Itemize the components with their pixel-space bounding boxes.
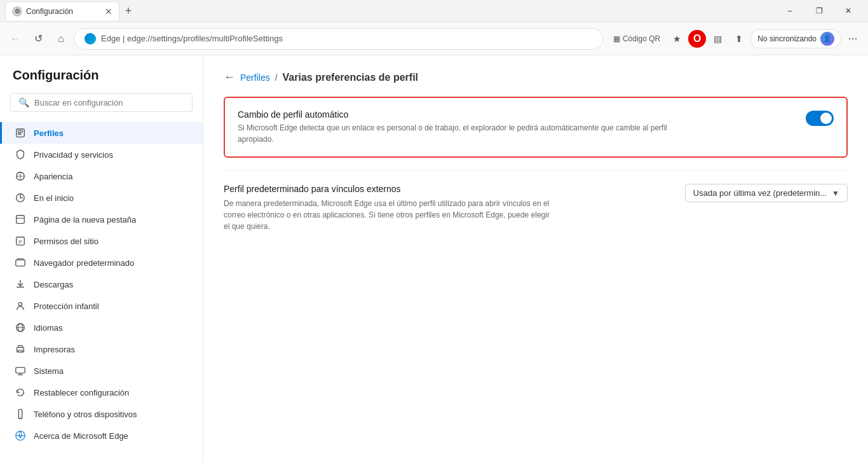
sidebar-item-idiomas[interactable]: Idiomas — [0, 317, 203, 338]
sidebar-item-privacidad[interactable]: Privacidad y servicios — [0, 144, 203, 165]
restablecer-icon — [15, 387, 26, 398]
dropdown-selected-value: Usada por última vez (predetermin... — [693, 188, 827, 198]
dropdown-arrow-icon: ▼ — [832, 189, 839, 198]
sidebar-item-impresoras[interactable]: Impresoras — [0, 338, 203, 360]
default-profile-dropdown[interactable]: Usada por última vez (predetermin... ▼ — [685, 184, 848, 202]
opera-icon[interactable]: O — [688, 30, 706, 48]
infantil-icon — [15, 300, 26, 312]
default-profile-section: Perfil predeterminado para vínculos exte… — [224, 170, 848, 232]
sidebar-item-label-infantil: Protección infantil — [34, 301, 99, 311]
sidebar-item-label-idiomas: Idiomas — [34, 323, 63, 333]
minimize-button[interactable]: – — [775, 0, 804, 22]
search-icon: 🔍 — [18, 97, 29, 107]
collections-button[interactable]: ▤ — [707, 29, 728, 49]
default-profile-desc: De manera predeterminada, Microsoft Edge… — [224, 198, 554, 232]
navegador-icon — [15, 257, 26, 268]
privacidad-icon — [15, 149, 26, 160]
qr-icon: ▦ — [613, 34, 620, 43]
sidebar-item-apariencia[interactable]: Apariencia — [0, 165, 203, 187]
sidebar-item-label-nueva-pestana: Página de la nueva pestaña — [34, 215, 136, 225]
sidebar-item-permisos[interactable]: Permisos del sitio — [0, 230, 203, 252]
sidebar-nav: PerfilesPrivacidad y serviciosApariencia… — [0, 122, 203, 446]
auto-switch-row: Cambio de perfil automático Si Microsoft… — [238, 109, 834, 145]
tab-favicon: ⚙ — [12, 6, 22, 17]
sidebar-item-label-navegador: Navegador predeterminado — [34, 258, 134, 268]
sidebar-item-descargas[interactable]: Descargas — [0, 273, 203, 295]
sidebar-item-nueva-pestana[interactable]: Página de la nueva pestaña — [0, 209, 203, 230]
sidebar-item-label-restablecer: Restablecer configuración — [34, 388, 129, 397]
inicio-icon — [15, 192, 26, 204]
tab-close-button[interactable]: ✕ — [105, 6, 112, 17]
svg-rect-13 — [16, 368, 25, 373]
new-tab-button[interactable]: + — [119, 2, 137, 20]
sidebar-item-label-descargas: Descargas — [34, 280, 73, 289]
default-profile-text: Perfil predeterminado para vínculos exte… — [224, 184, 675, 232]
sync-label: No sincronizando — [757, 34, 817, 43]
telefono-icon — [15, 408, 26, 420]
breadcrumb: ← Perfiles / Varias preferencias de perf… — [224, 71, 848, 84]
sidebar-item-label-acerca: Acerca de Microsoft Edge — [34, 431, 128, 441]
breadcrumb-back-button[interactable]: ← — [224, 71, 235, 84]
auto-switch-desc: Si Microsoft Edge detecta que un enlace … — [238, 122, 682, 145]
sidebar-item-label-telefono: Teléfono y otros dispositivos — [34, 410, 137, 419]
url-path: settings/profiles/multiProfileSettings — [153, 34, 283, 43]
sidebar-item-label-impresoras: Impresoras — [34, 345, 75, 354]
svg-rect-12 — [18, 350, 22, 352]
main-layout: Configuración 🔍 PerfilesPrivacidad y ser… — [0, 55, 868, 463]
sidebar-item-perfiles[interactable]: Perfiles — [0, 122, 203, 144]
sidebar-item-sistema[interactable]: Sistema — [0, 360, 203, 382]
sidebar-item-label-privacidad: Privacidad y servicios — [34, 150, 113, 160]
share-button[interactable]: ⬆ — [729, 29, 749, 49]
sidebar-item-infantil[interactable]: Protección infantil — [0, 295, 203, 317]
favorites-icon[interactable]: ★ — [667, 29, 687, 49]
content-area: ← Perfiles / Varias preferencias de perf… — [203, 55, 868, 463]
sistema-icon — [15, 365, 26, 377]
close-button[interactable]: ✕ — [834, 0, 863, 22]
search-box[interactable]: 🔍 — [10, 93, 193, 112]
sidebar-item-acerca[interactable]: Acerca de Microsoft Edge — [0, 425, 203, 446]
more-button[interactable]: ··· — [843, 29, 863, 49]
home-button[interactable]: ⌂ — [51, 29, 71, 49]
tab-area: ⚙ Configuración ✕ + — [5, 0, 775, 22]
url-prefix: edge:// — [127, 34, 153, 43]
auto-switch-card: Cambio de perfil automático Si Microsoft… — [224, 97, 848, 158]
window-controls: – ❐ ✕ — [775, 0, 863, 22]
profile-avatar: 👤 — [820, 32, 834, 46]
sidebar-item-label-inicio: En el inicio — [34, 193, 74, 203]
sidebar-item-label-apariencia: Apariencia — [34, 172, 72, 181]
apariencia-icon — [15, 170, 26, 182]
restore-button[interactable]: ❐ — [804, 0, 834, 22]
sidebar-item-label-permisos: Permisos del sitio — [34, 237, 98, 246]
default-profile-title: Perfil predeterminado para vínculos exte… — [224, 184, 675, 194]
sidebar-item-label-perfiles: Perfiles — [34, 128, 64, 138]
svg-rect-1 — [18, 130, 22, 132]
auto-switch-text: Cambio de perfil automático Si Microsoft… — [238, 109, 796, 145]
address-text: Edge | edge://settings/profiles/multiPro… — [101, 34, 283, 43]
svg-rect-0 — [17, 129, 25, 137]
sidebar-item-restablecer[interactable]: Restablecer configuración — [0, 382, 203, 403]
svg-point-8 — [18, 303, 22, 306]
sidebar: Configuración 🔍 PerfilesPrivacidad y ser… — [0, 55, 203, 463]
browser-name: Edge — [101, 34, 120, 43]
sync-button[interactable]: No sincronizando 👤 — [750, 29, 841, 48]
sidebar-item-navegador[interactable]: Navegador predeterminado — [0, 252, 203, 273]
active-tab[interactable]: ⚙ Configuración ✕ — [5, 1, 119, 20]
default-profile-row: Perfil predeterminado para vínculos exte… — [224, 170, 848, 232]
addressbar: ← ↺ ⌂ Edge | edge://settings/profiles/mu… — [0, 22, 868, 55]
breadcrumb-profiles-link[interactable]: Perfiles — [240, 73, 270, 83]
breadcrumb-current: Varias preferencias de perfil — [283, 72, 418, 83]
sidebar-item-inicio[interactable]: En el inicio — [0, 187, 203, 209]
search-input[interactable] — [34, 98, 184, 107]
svg-rect-5 — [17, 216, 25, 224]
address-separator: | — [123, 34, 127, 43]
descargas-icon — [15, 279, 26, 290]
back-button[interactable]: ← — [5, 29, 25, 49]
auto-switch-toggle[interactable] — [806, 111, 834, 126]
tab-title: Configuración — [26, 7, 73, 16]
sidebar-item-telefono[interactable]: Teléfono y otros dispositivos — [0, 403, 203, 425]
reload-button[interactable]: ↺ — [28, 29, 48, 49]
qr-code-button[interactable]: ▦ Código QR — [608, 29, 665, 49]
address-bar[interactable]: Edge | edge://settings/profiles/multiPro… — [74, 28, 603, 50]
breadcrumb-separator: / — [275, 73, 278, 83]
svg-rect-2 — [18, 134, 21, 135]
